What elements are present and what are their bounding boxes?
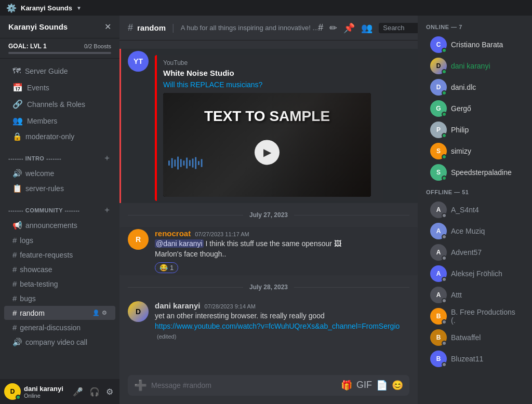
channel-item-logs[interactable]: # logs [4,233,115,247]
message-timestamp: 07/27/2023 11:17 AM [195,231,249,237]
member-item-simizy[interactable]: S simizy [422,141,528,161]
channel-item-server-rules[interactable]: 📋 server-rules [4,181,115,196]
channel-item-announcements[interactable]: 📢 announcements [4,218,115,233]
member-avatar: D [430,79,447,96]
reaction-laughing[interactable]: 😂 1 [155,262,178,273]
message-header: dani karanyi 07/28/2023 9:14 AM [155,301,409,310]
gif-icon[interactable]: GIF [356,380,372,391]
channel-item-bugs[interactable]: # bugs [4,291,115,305]
sidebar-item-label: Members [27,117,57,125]
member-avatar: S [430,143,447,159]
sidebar-item-events[interactable]: 📅 Events [4,79,115,96]
member-item-advent57[interactable]: A Advent57 [422,242,528,263]
member-avatar: A [430,244,447,261]
members-list-icon[interactable]: 👥 [361,22,373,34]
message-text: @dani karanyi I think this stuff use the… [155,239,409,249]
play-button[interactable]: ▶ [255,140,280,165]
settings-button[interactable]: ⚙ [104,385,115,399]
voice-icon: 🔊 [12,338,22,347]
pin-icon[interactable]: 📌 [343,22,355,34]
channel-item-showcase[interactable]: # showcase [4,262,115,276]
message-author[interactable]: renocroat [155,229,191,238]
member-item-cristiano[interactable]: C Cristiano Barata [422,34,528,55]
member-item-dani-dlc[interactable]: D dani.dlc [422,77,528,98]
channel-item-company-video-call[interactable]: 🔊 company video call [4,335,115,349]
member-name: B. Free Productions (. [451,308,520,325]
server-header[interactable]: Karanyi Sounds ✕ [0,16,119,38]
member-item-b-free[interactable]: B B. Free Productions (. [422,306,528,327]
member-item-bluzeat11[interactable]: B Bluzeat11 [422,348,528,369]
search-input[interactable] [383,24,418,32]
avatar-text: C [436,41,441,48]
message-group-dani: D dani karanyi 07/28/2023 9:14 AM yet an… [119,299,418,344]
sidebar-item-label: Channels & Roles [27,100,85,109]
embed-link[interactable]: Will this REPLACE musicians? [163,80,377,89]
member-item-attt[interactable]: A Attt [422,285,528,305]
status-dot [442,277,447,282]
member-item-dani-karanyi[interactable]: D dani karanyi [422,56,528,76]
user-bar: D dani karanyi Online 🎤 🎧 ⚙ [0,379,119,404]
message-group-renocroat: R renocroat 07/27/2023 11:17 AM @dani ka… [119,227,418,275]
channel-hash-icon: # [128,22,133,33]
message-input[interactable] [151,381,337,389]
add-file-icon[interactable]: ➕ [134,379,147,392]
current-user-info: dani karanyi Online [24,385,68,399]
member-avatar: B [430,308,447,325]
message-link[interactable]: https://www.youtube.com/watch?v=fcWuhUQr… [155,322,400,330]
gift-icon[interactable]: 🎁 [341,380,352,391]
channel-item-beta-testing[interactable]: # beta-testing [4,277,115,291]
channel-item-moderator-only[interactable]: 🔒 moderator-only [4,129,115,144]
mute-button[interactable]: 🎤 [71,385,85,399]
avatar-text: S [436,147,441,155]
member-item-aleksej[interactable]: A Aleksej Fröhlich [422,263,528,284]
avatar-text: A [436,291,441,299]
community-section-title[interactable]: ------- COMMUNITY ------- [8,207,80,213]
add-channel-icon[interactable]: ＋ [103,153,111,164]
divider-line [294,287,409,288]
hash-icon: # [12,294,17,303]
member-item-ace-muziq[interactable]: A Ace Muziq [422,221,528,241]
edit-icon[interactable]: ✏ [329,22,337,34]
sticker-icon[interactable]: 📄 [376,380,388,391]
mention[interactable]: @dani karanyi [155,239,204,248]
member-avatar: G [430,100,447,117]
member-name: Bluzeat11 [451,355,483,363]
deafen-button[interactable]: 🎧 [87,385,102,399]
status-dot [442,362,447,367]
date-label: July 28, 2023 [249,284,288,291]
online-status-dot [16,395,21,400]
emoji-icon[interactable]: 😊 [392,380,403,391]
search-box[interactable]: 🔍 [379,23,418,33]
divider-line [128,215,243,216]
message-input-box: ➕ 🎁 GIF 📄 😊 [128,375,409,396]
hashtag-icon[interactable]: # [318,22,323,33]
member-item-philip[interactable]: P Philip [422,119,528,140]
sidebar-item-server-guide[interactable]: 🗺 Server Guide [4,63,115,79]
status-dot [442,48,447,53]
svg-rect-0 [168,160,170,166]
member-item-a-s4nt4[interactable]: A A_S4nt4 [422,199,528,220]
channel-item-general-discussion[interactable]: # general-discussion [4,320,115,334]
member-item-gergo[interactable]: G Gergő [422,98,528,119]
channel-item-random[interactable]: # random 👤 ⚙ [4,306,115,320]
sidebar-item-channels-roles[interactable]: 🔗 Channels & Roles [4,96,115,112]
current-user-name: dani karanyi [24,385,68,393]
channel-name: feature-requests [20,251,107,259]
status-dot [442,69,447,74]
member-name: Gergő [451,104,471,113]
settings-icon[interactable]: ⚙ [102,309,107,316]
member-item-speedster[interactable]: S Speedsterpaladine [422,162,528,183]
add-member-icon[interactable]: 👤 [92,309,100,316]
member-name: Cristiano Barata [451,41,503,49]
svg-rect-2 [174,159,176,166]
message-author[interactable]: dani karanyi [155,301,201,310]
channel-item-feature-requests[interactable]: # feature-requests [4,248,115,262]
status-dot [442,176,447,181]
intro-section-title[interactable]: ------- INTRO ------- [8,155,61,161]
sidebar-item-members[interactable]: 👥 Members [4,113,115,129]
member-avatar: A [430,223,447,239]
svg-rect-8 [192,158,194,167]
channel-item-welcome[interactable]: 🔊 welcome [4,166,115,181]
add-community-channel-icon[interactable]: ＋ [103,205,111,216]
member-item-batwaffel[interactable]: B Batwaffel [422,327,528,348]
